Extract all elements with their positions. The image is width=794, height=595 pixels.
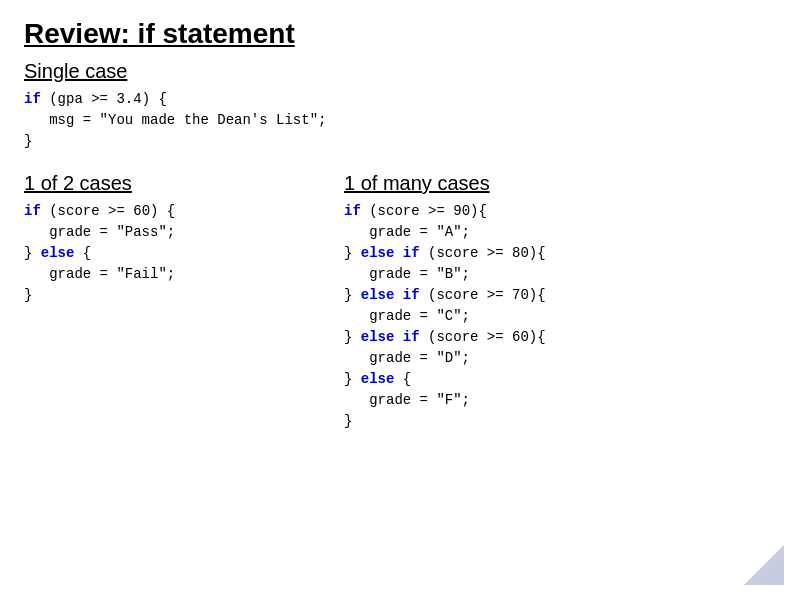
one-of-two-code: if (score >= 60) { grade = "Pass"; } els… [24, 201, 304, 306]
one-of-many-title: 1 of many cases [344, 172, 770, 195]
one-of-many-code: if (score >= 90){ grade = "A"; } else if… [344, 201, 770, 432]
page-title: Review: if statement [24, 18, 770, 50]
one-of-two-section: 1 of 2 cases if (score >= 60) { grade = … [24, 172, 304, 432]
two-column-layout: 1 of 2 cases if (score >= 60) { grade = … [24, 172, 770, 432]
single-case-code: if (gpa >= 3.4) { msg = "You made the De… [24, 89, 770, 152]
single-case-title: Single case [24, 60, 770, 83]
svg-marker-0 [744, 545, 784, 585]
single-case-section: Single case if (gpa >= 3.4) { msg = "You… [24, 60, 770, 152]
corner-decoration [744, 545, 784, 585]
one-of-two-title: 1 of 2 cases [24, 172, 304, 195]
one-of-many-section: 1 of many cases if (score >= 90){ grade … [344, 172, 770, 432]
page: Review: if statement Single case if (gpa… [0, 0, 794, 595]
